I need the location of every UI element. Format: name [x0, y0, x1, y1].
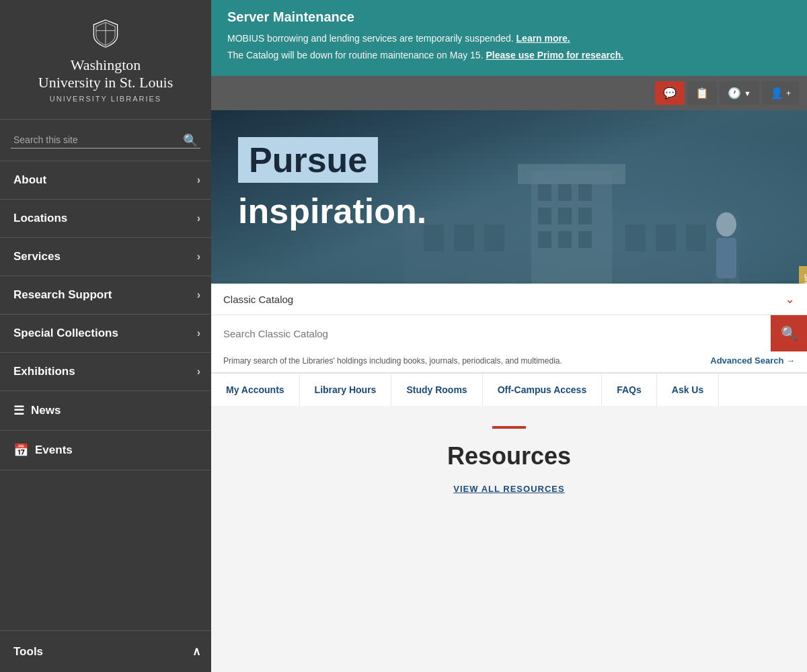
- quick-links-bar: My Accounts Library Hours Study Rooms Of…: [211, 372, 807, 406]
- svg-rect-24: [716, 238, 736, 278]
- advanced-search-link[interactable]: Advanced Search →: [710, 355, 795, 366]
- chevron-right-icon: ›: [197, 289, 200, 301]
- sidebar-item-exhibitions-label: Exhibitions: [13, 365, 75, 378]
- tools-label: Tools: [13, 645, 43, 659]
- quick-link-study-rooms[interactable]: Study Rooms: [391, 374, 482, 406]
- sidebar-item-research-support-label: Research Support: [13, 288, 112, 302]
- sidebar-item-exhibitions[interactable]: Exhibitions ›: [0, 353, 211, 391]
- chevron-right-icon: ›: [197, 212, 200, 224]
- catalog-search-input[interactable]: [211, 319, 771, 349]
- catalog-hint: Primary search of the Libraries' holding…: [211, 351, 807, 372]
- hero-subtitle: inspiration.: [238, 192, 780, 230]
- logo-line1: Washington: [13, 56, 198, 74]
- hours-button[interactable]: 🕐 ▼: [720, 81, 759, 105]
- hero-section: Pursue inspiration. Classic Catalog ⌄ 🔍 …: [211, 110, 807, 372]
- sidebar-item-locations[interactable]: Locations ›: [0, 200, 211, 238]
- sidebar-item-news[interactable]: ☰ News: [0, 391, 211, 431]
- hero-title: Pursue: [249, 140, 367, 179]
- catalog-selector[interactable]: Classic Catalog ⌄: [211, 284, 807, 315]
- alert-banner: Server Maintenance MOBIUS borrowing and …: [211, 0, 807, 76]
- shield-icon: [91, 19, 120, 48]
- chevron-down-icon: ⌄: [785, 292, 795, 306]
- learn-more-link[interactable]: Learn more.: [516, 33, 570, 44]
- search-button[interactable]: 🔍: [180, 132, 200, 149]
- chat-icon: 💬: [663, 87, 677, 99]
- catalog-hint-text: Primary search of the Libraries' holding…: [223, 356, 562, 366]
- plus-icon: +: [786, 89, 791, 98]
- chevron-right-icon: ›: [197, 327, 200, 339]
- request-icon: 📋: [695, 87, 709, 99]
- search-wrapper: 🔍: [11, 132, 200, 149]
- chevron-right-icon: ›: [197, 174, 200, 186]
- sidebar-search-area: 🔍: [0, 120, 211, 161]
- quick-link-my-accounts[interactable]: My Accounts: [211, 374, 300, 406]
- top-toolbar: 💬 📋 🕐 ▼ 👤 +: [211, 76, 807, 110]
- quick-link-ask-us[interactable]: Ask Us: [657, 374, 719, 406]
- hero-search: Classic Catalog ⌄ 🔍 Primary search of th…: [211, 284, 807, 372]
- search-icon: 🔍: [781, 325, 798, 341]
- clock-icon: 🕐: [728, 87, 741, 99]
- chat-button[interactable]: 💬: [655, 81, 685, 105]
- svg-rect-11: [538, 231, 551, 248]
- alert-title: Server Maintenance: [227, 9, 791, 25]
- chevron-right-icon: ›: [197, 251, 200, 263]
- sidebar-item-about[interactable]: About ›: [0, 161, 211, 200]
- tools-header[interactable]: Tools ∧: [0, 631, 211, 672]
- chevron-down-icon: ▼: [744, 89, 751, 97]
- resources-title: Resources: [225, 442, 794, 470]
- news-icon: ☰: [13, 403, 24, 418]
- logo-area: Washington University in St. Louis Unive…: [0, 0, 211, 120]
- resources-divider: [492, 426, 526, 429]
- resources-section: Resources VIEW ALL RESOURCES: [211, 406, 807, 672]
- logo-line2: University in St. Louis: [13, 74, 198, 91]
- svg-rect-12: [558, 231, 572, 248]
- search-input[interactable]: [11, 132, 200, 149]
- sidebar-item-services[interactable]: Services ›: [0, 238, 211, 276]
- catalog-search-button[interactable]: 🔍: [771, 315, 807, 351]
- svg-rect-13: [578, 231, 592, 248]
- hero-content: Pursue inspiration.: [211, 110, 807, 230]
- quick-link-library-hours[interactable]: Library Hours: [300, 374, 392, 406]
- hero-highlight-box: Pursue: [238, 137, 378, 183]
- request-button[interactable]: 📋: [687, 81, 717, 105]
- alert-line2: The Catalog will be down for routine mai…: [227, 48, 791, 62]
- chevron-up-icon: ∧: [192, 644, 200, 659]
- sidebar-item-events[interactable]: 📅 Events: [0, 431, 211, 470]
- quick-link-off-campus[interactable]: Off-Campus Access: [483, 374, 603, 406]
- sidebar-item-locations-label: Locations: [13, 212, 67, 225]
- catalog-search-row: 🔍: [211, 315, 807, 351]
- chevron-right-icon: ›: [197, 366, 200, 378]
- sidebar-item-events-label: Events: [35, 444, 73, 457]
- sidebar-item-about-label: About: [13, 173, 46, 187]
- catalog-selector-label: Classic Catalog: [223, 294, 293, 305]
- calendar-icon: 📅: [13, 443, 28, 458]
- view-all-resources-link[interactable]: VIEW ALL RESOURCES: [225, 484, 794, 494]
- sidebar: Washington University in St. Louis Unive…: [0, 0, 211, 672]
- quick-link-faqs[interactable]: FAQs: [602, 374, 657, 406]
- sidebar-item-research-support[interactable]: Research Support ›: [0, 276, 211, 314]
- main-content: Server Maintenance MOBIUS borrowing and …: [211, 0, 807, 672]
- sidebar-item-special-collections[interactable]: Special Collections ›: [0, 314, 211, 353]
- logo-line3: University Libraries: [13, 95, 198, 103]
- primo-link[interactable]: Please use Primo for research.: [486, 50, 623, 60]
- tools-section: Tools ∧: [0, 630, 211, 672]
- alert-line1: MOBIUS borrowing and lending services ar…: [227, 32, 791, 46]
- person-icon: 👤: [770, 87, 783, 99]
- sidebar-item-services-label: Services: [13, 250, 61, 263]
- sidebar-item-special-collections-label: Special Collections: [13, 327, 118, 340]
- sidebar-item-news-label: News: [31, 404, 61, 417]
- account-button[interactable]: 👤 +: [762, 81, 799, 105]
